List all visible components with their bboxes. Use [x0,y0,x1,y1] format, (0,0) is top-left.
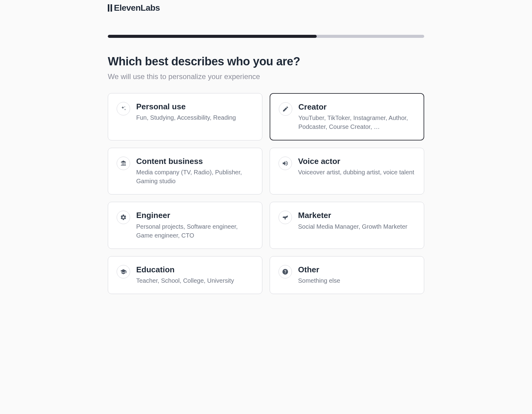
option-personal-use[interactable]: Personal use Fun, Studying, Accessibilit… [108,93,262,140]
megaphone-icon [279,211,292,224]
progress-fill [108,35,317,38]
pencil-icon [279,102,292,116]
option-engineer[interactable]: Engineer Personal projects, Software eng… [108,202,262,249]
option-desc: Teacher, School, College, University [136,276,253,285]
page-heading: Which best describes who you are? [108,55,424,68]
sparkles-icon [117,102,130,115]
option-title: Voice actor [298,157,415,166]
option-title: Content business [136,157,253,166]
question-icon [279,265,292,278]
option-desc: Voiceover artist, dubbing artist, voice … [298,168,415,177]
option-title: Education [136,265,253,274]
options-grid: Personal use Fun, Studying, Accessibilit… [108,93,424,294]
option-title: Marketer [298,211,415,220]
option-desc: YouTuber, TikToker, Instagramer, Author,… [298,114,415,131]
option-desc: Something else [298,276,415,285]
option-title: Personal use [136,102,253,111]
gear-icon [117,211,130,224]
option-desc: Personal projects, Software engineer, Ga… [136,222,253,240]
option-title: Other [298,265,415,274]
option-education[interactable]: Education Teacher, School, College, Univ… [108,256,262,294]
logo-bars-icon [108,4,113,12]
brand-logo: ElevenLabs [108,3,424,13]
option-title: Engineer [136,211,253,220]
speaker-icon [279,157,292,170]
option-content-business[interactable]: Content business Media company (TV, Radi… [108,148,262,194]
option-desc: Media company (TV, Radio), Publisher, Ga… [136,168,253,186]
option-marketer[interactable]: Marketer Social Media Manager, Growth Ma… [270,202,424,249]
option-creator[interactable]: Creator YouTuber, TikToker, Instagramer,… [270,93,424,140]
page-subheading: We will use this to personalize your exp… [108,72,424,81]
option-desc: Fun, Studying, Accessibility, Reading [136,113,253,122]
option-desc: Social Media Manager, Growth Marketer [298,222,415,231]
option-other[interactable]: Other Something else [270,256,424,294]
progress-bar [108,35,424,38]
brand-name: ElevenLabs [114,3,160,13]
building-icon [117,157,130,170]
option-voice-actor[interactable]: Voice actor Voiceover artist, dubbing ar… [270,148,424,194]
graduation-cap-icon [117,265,130,278]
option-title: Creator [298,102,415,112]
